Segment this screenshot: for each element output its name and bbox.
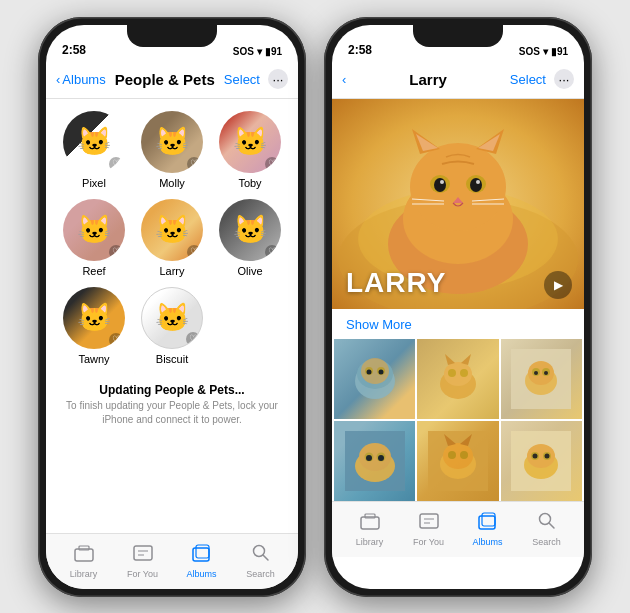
svg-point-23: [440, 180, 444, 184]
tab-label-search-left: Search: [246, 569, 275, 579]
play-button[interactable]: ▶: [544, 271, 572, 299]
avatar-toby: 🐱 ♡: [219, 111, 281, 173]
tab-label-library-left: Library: [70, 569, 98, 579]
tab-foryou-right[interactable]: For You: [399, 512, 458, 547]
svg-rect-6: [196, 545, 209, 558]
svg-rect-76: [479, 516, 495, 529]
albums-icon-right: [478, 512, 498, 535]
select-button-right[interactable]: Select: [510, 72, 546, 87]
photo-cell-2[interactable]: [417, 339, 498, 419]
notch: [127, 25, 217, 47]
person-name-olive: Olive: [237, 265, 262, 277]
chevron-left-icon: ‹: [56, 72, 60, 87]
avatar-molly: 🐱 ♡: [141, 111, 203, 173]
svg-rect-77: [482, 513, 495, 526]
heart-icon-molly: ♡: [187, 157, 201, 171]
person-larry[interactable]: 🐱 ♡ Larry: [138, 199, 206, 277]
svg-rect-2: [134, 546, 152, 560]
tab-library-left[interactable]: Library: [54, 544, 113, 579]
update-text: Updating People & Pets... To finish upda…: [46, 377, 298, 433]
tab-label-albums-right: Albums: [472, 537, 502, 547]
photo-cell-3[interactable]: [501, 339, 582, 419]
tab-label-library-right: Library: [356, 537, 384, 547]
show-more-bar[interactable]: Show More: [332, 309, 584, 339]
photo-cell-4[interactable]: [334, 421, 415, 501]
tab-foryou-left[interactable]: For You: [113, 544, 172, 579]
photo-cell-5[interactable]: [417, 421, 498, 501]
select-button-left[interactable]: Select: [224, 72, 260, 87]
larry-photo-grid: [332, 339, 584, 501]
tab-bar-right: Library For You Albums: [332, 501, 584, 557]
nav-title-left: People & Pets: [115, 71, 215, 88]
tab-bar-left: Library For You Albums: [46, 533, 298, 589]
time-left: 2:58: [62, 43, 86, 57]
more-button-right[interactable]: ···: [554, 69, 574, 89]
tab-search-left[interactable]: Search: [231, 544, 290, 579]
person-name-tawny: Tawny: [78, 353, 109, 365]
more-button-left[interactable]: ···: [268, 69, 288, 89]
svg-point-35: [366, 369, 371, 374]
avatar-larry: 🐱 ♡: [141, 199, 203, 261]
nav-bar-right: ‹ Larry Select ···: [332, 61, 584, 99]
svg-marker-39: [445, 354, 455, 365]
person-molly[interactable]: 🐱 ♡ Molly: [138, 111, 206, 189]
person-pixel[interactable]: 🐱 ♡ Pixel: [60, 111, 128, 189]
heart-icon-pixel: ♡: [109, 157, 123, 171]
svg-point-41: [448, 369, 456, 377]
nav-title-right: Larry: [409, 71, 447, 88]
tab-library-right[interactable]: Library: [340, 512, 399, 547]
tab-label-foryou-left: For You: [127, 569, 158, 579]
svg-point-22: [470, 178, 482, 192]
update-title: Updating People & Pets...: [66, 383, 278, 397]
svg-point-70: [545, 453, 550, 458]
heart-icon-tawny: ♡: [109, 333, 123, 347]
person-name-toby: Toby: [238, 177, 261, 189]
larry-featured-image: LARRY ▶: [332, 99, 584, 309]
wifi-icon-right: ▾: [543, 46, 548, 57]
photo-cell-6[interactable]: [501, 421, 582, 501]
person-name-biscuit: Biscuit: [156, 353, 188, 365]
svg-marker-40: [461, 354, 471, 365]
person-biscuit[interactable]: 🐱 ♡ Biscuit: [138, 287, 206, 365]
avatar-reef: 🐱 ♡: [63, 199, 125, 261]
photo-mini-3: [501, 339, 582, 419]
svg-point-48: [534, 371, 538, 375]
time-right: 2:58: [348, 43, 372, 57]
tab-albums-right[interactable]: Albums: [458, 512, 517, 547]
tab-label-foryou-right: For You: [413, 537, 444, 547]
svg-rect-1: [79, 546, 89, 550]
person-reef[interactable]: 🐱 ♡ Reef: [60, 199, 128, 277]
library-icon-right: [360, 512, 380, 535]
svg-point-24: [476, 180, 480, 184]
photo-mini-4: [334, 421, 415, 501]
person-tawny[interactable]: 🐱 ♡ Tawny: [60, 287, 128, 365]
heart-icon-biscuit: ♡: [186, 332, 200, 346]
foryou-icon-right: [419, 512, 439, 535]
larry-name-overlay: LARRY: [346, 267, 446, 299]
svg-line-8: [263, 555, 268, 560]
people-content: 🐱 ♡ Pixel 🐱 ♡ Molly 🐱: [46, 99, 298, 533]
heart-icon-larry: ♡: [187, 245, 201, 259]
person-toby[interactable]: 🐱 ♡ Toby: [216, 111, 284, 189]
avatar-tawny: 🐱 ♡: [63, 287, 125, 349]
back-button-left[interactable]: ‹ Albums: [56, 72, 106, 87]
svg-point-52: [359, 443, 391, 471]
svg-rect-0: [75, 549, 93, 561]
status-icons-right: SOS ▾ ▮91: [519, 46, 568, 57]
notch-right: [413, 25, 503, 47]
svg-point-45: [528, 361, 554, 385]
show-more-text[interactable]: Show More: [346, 317, 412, 332]
svg-rect-71: [361, 517, 379, 529]
person-name-pixel: Pixel: [82, 177, 106, 189]
tab-search-right[interactable]: Search: [517, 512, 576, 547]
heart-icon-toby: ♡: [265, 157, 279, 171]
tab-albums-left[interactable]: Albums: [172, 544, 231, 579]
photo-cell-1[interactable]: [334, 339, 415, 419]
battery-icon-right: ▮91: [551, 46, 568, 57]
svg-point-14: [410, 143, 506, 231]
svg-rect-72: [365, 514, 375, 518]
back-button-right[interactable]: ‹: [342, 72, 346, 87]
person-name-molly: Molly: [159, 177, 185, 189]
chevron-left-icon-right: ‹: [342, 72, 346, 87]
person-olive[interactable]: 🐱 ♡ Olive: [216, 199, 284, 277]
